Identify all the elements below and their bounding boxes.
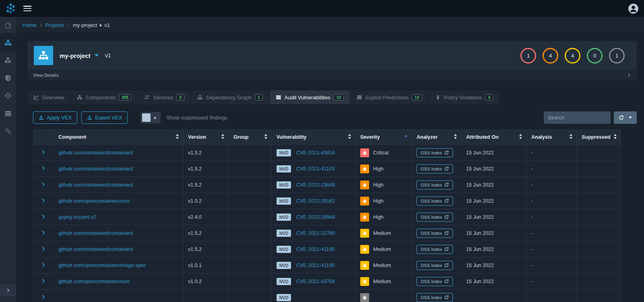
group-cell [229, 209, 272, 225]
component-link[interactable]: github.com/containerd/containerd [58, 150, 133, 156]
suppressed-checkbox[interactable] [142, 113, 151, 122]
severity-bug-icon [360, 148, 369, 157]
tab-components[interactable]: Components 205 [71, 90, 137, 104]
sidebar-minimizer[interactable] [0, 284, 16, 296]
severity-label: High [373, 214, 384, 220]
analyzer-oss-index-button[interactable]: OSS Index [417, 213, 453, 222]
user-avatar[interactable] [628, 4, 638, 14]
expand-row-button[interactable] [41, 294, 46, 300]
vulnerability-link[interactable]: CVE-2021-41190 [296, 263, 335, 268]
attributed-on-cell: 15 Jun 2022 [461, 273, 526, 290]
vulnerability-link[interactable]: CVE-2022-29162 [296, 198, 335, 204]
chart-icon [33, 95, 39, 100]
expand-row-button[interactable] [41, 246, 46, 251]
tab-exploit-predictions[interactable]: Exploit Predictions 10 [351, 90, 428, 104]
component-link[interactable]: github.com/containerd/containerd [58, 182, 133, 188]
analyzer-oss-index-button[interactable]: OSS Index [417, 245, 453, 254]
column-header-component[interactable]: Component [54, 130, 183, 145]
sidebar-item-components[interactable] [0, 51, 16, 69]
group-cell [229, 257, 272, 273]
sidebar-item-administration[interactable] [0, 122, 16, 140]
version-cell: v1.0.1 [183, 257, 229, 273]
expand-row-button[interactable] [41, 278, 46, 284]
app-window: Home / Projects / my-project v1 my-proje… [0, 0, 644, 302]
analyzer-oss-index-button[interactable]: OSS Index [417, 293, 453, 302]
vulnerability-link[interactable]: CVE-2021-43784 [296, 279, 335, 284]
vulnerability-link[interactable]: CVE-2021-43816 [296, 150, 335, 156]
menu-icon[interactable] [23, 6, 31, 11]
expand-row-button[interactable] [41, 198, 46, 203]
breadcrumb-home-link[interactable]: Home [23, 22, 37, 28]
balance-scale-icon [4, 92, 12, 99]
search-input[interactable] [544, 111, 611, 124]
view-details-bar[interactable]: View Details [27, 70, 637, 80]
export-vex-button[interactable]: Export VEX [81, 111, 128, 124]
suppressed-clear-icon[interactable]: × [151, 113, 159, 122]
analyzer-oss-index-button[interactable]: OSS Index [417, 197, 453, 205]
tabs: Overview Components 205 Services 0 Depen… [27, 90, 637, 104]
expand-row-button[interactable] [41, 150, 46, 155]
analyzer-oss-index-button[interactable]: OSS Index [417, 277, 453, 286]
component-link[interactable]: github.com/opencontainers/runc [58, 198, 130, 204]
apply-vex-button[interactable]: Apply VEX [33, 111, 77, 124]
column-header-analyzer[interactable]: Analyzer [412, 130, 461, 145]
project-switcher-caret-icon[interactable] [95, 54, 99, 57]
breadcrumb-current: my-project v1 [73, 22, 110, 28]
suppressed-cell [577, 257, 621, 273]
suppressed-cell [577, 209, 621, 225]
component-link[interactable]: github.com/opencontainers/runc [58, 279, 130, 284]
analyzer-oss-index-button[interactable]: OSS Index [417, 181, 453, 189]
tab-services[interactable]: Services 0 [138, 90, 190, 104]
version-cell: v1.5.2 [183, 177, 229, 193]
tab-dependency-graph[interactable]: Dependency Graph 1 [191, 90, 269, 104]
finding-row: github.com/opencontainers/runc v1.0.2 NV… [33, 193, 621, 209]
refresh-button[interactable] [614, 111, 637, 124]
expand-row-button[interactable] [41, 262, 46, 267]
column-header-severity[interactable]: Severity [355, 130, 412, 145]
show-suppressed-toggle[interactable]: × [140, 112, 161, 123]
severity-label: Critical [373, 150, 388, 156]
expand-row-button[interactable] [41, 182, 46, 187]
column-header-analysis[interactable]: Analysis [526, 130, 577, 145]
sidebar-item-dashboard[interactable] [0, 17, 16, 34]
vulnerability-link[interactable]: CVE-2022-23648 [296, 182, 335, 188]
component-link[interactable]: github.com/containerd/containerd [58, 247, 133, 252]
component-link[interactable]: gopkg.in/yaml.v2 [58, 214, 96, 220]
severity-bug-icon [360, 293, 369, 302]
sidebar-item-licenses[interactable] [0, 87, 16, 105]
tab-policy-violations[interactable]: Policy Violations 4 [429, 90, 499, 104]
vulnerability-link[interactable]: CVE-2022-28948 [296, 214, 335, 220]
column-header-version[interactable]: Version [183, 130, 229, 145]
column-header-suppressed[interactable]: Suppressed [577, 130, 621, 145]
vulnerability-link[interactable]: CVE-2021-41103 [296, 166, 335, 172]
sidebar-item-projects[interactable] [0, 34, 16, 51]
suppressed-cell [577, 145, 621, 161]
expand-row-button[interactable] [41, 166, 46, 171]
breadcrumb-projects-link[interactable]: Projects [45, 22, 64, 28]
column-header-group[interactable]: Group [229, 130, 272, 145]
tab-audit-vulnerabilities[interactable]: Audit Vulnerabilities 10 [270, 90, 350, 104]
column-header-vulnerability[interactable]: Vulnerability [272, 130, 355, 145]
dependency-track-logo-icon [6, 3, 16, 14]
column-header-attributed-on[interactable]: Attributed On [461, 130, 526, 145]
analyzer-oss-index-button[interactable]: OSS Index [417, 164, 453, 173]
analyzer-oss-index-button[interactable]: OSS Index [417, 148, 453, 157]
expand-row-button[interactable] [41, 230, 46, 235]
cogs-icon [4, 127, 12, 135]
vulnerability-link[interactable]: CVE-2021-32760 [296, 230, 335, 236]
analyzer-oss-index-button[interactable]: OSS Index [417, 229, 453, 238]
metric-ring-high: 4 [543, 48, 558, 64]
analyzer-oss-index-button[interactable]: OSS Index [417, 261, 453, 270]
tab-overview[interactable]: Overview [27, 90, 70, 104]
suppressed-cell [577, 290, 621, 302]
component-link[interactable]: github.com/containerd/containerd [58, 230, 133, 236]
sidebar-item-vulnerabilities[interactable] [0, 69, 16, 87]
vuln-source-badge: NVD [277, 149, 291, 156]
expand-row-button[interactable] [41, 214, 46, 219]
component-link[interactable]: github.com/opencontainers/image-spec [58, 263, 146, 268]
tab-count-badge: 4 [485, 94, 493, 101]
external-link-icon [444, 215, 449, 219]
vulnerability-link[interactable]: CVE-2021-41190 [296, 247, 335, 252]
sidebar-item-policy-management[interactable] [0, 105, 16, 122]
component-link[interactable]: github.com/containerd/containerd [58, 166, 133, 172]
